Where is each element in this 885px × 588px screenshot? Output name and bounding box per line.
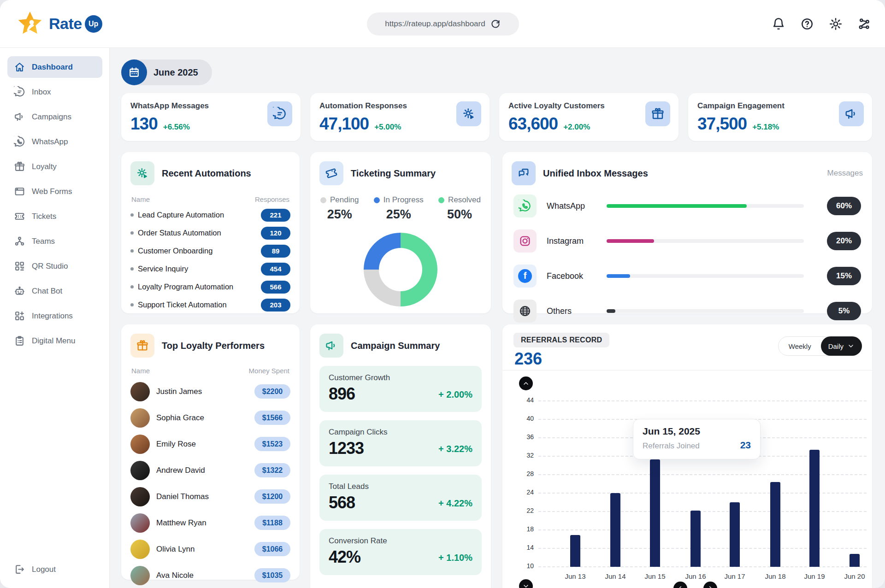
performer-row[interactable]: Justin James$2200: [121, 378, 300, 405]
scroll-left-button[interactable]: [673, 582, 687, 588]
notifications-bell-icon[interactable]: [772, 17, 785, 31]
automation-row[interactable]: Support Ticket Automation203: [121, 296, 300, 314]
sidebar-item-teams[interactable]: Teams: [7, 230, 102, 252]
avatar: [130, 487, 150, 506]
tooltip-value: 23: [740, 440, 751, 451]
legend-dot: [438, 197, 444, 203]
sidebar-item-dashboard[interactable]: Dashboard: [7, 56, 102, 78]
performer-row[interactable]: Andrew David$1322: [121, 457, 300, 483]
gift-icon: [130, 334, 154, 358]
progress-track: [607, 204, 804, 208]
x-tick: Jun 15: [637, 572, 673, 580]
bar-jun-18[interactable]: [770, 482, 780, 567]
metric-campaign-clicks: Campaign Clicks 1233 + 3.22%: [319, 420, 482, 466]
performer-row[interactable]: Matthew Ryan$1188: [121, 510, 300, 536]
facebook-icon: [513, 265, 537, 288]
performer-name: Justin James: [156, 387, 202, 396]
network-hub-icon[interactable]: [857, 17, 871, 31]
stat-title: Campaign Engagement: [697, 101, 863, 111]
calendar-icon: [121, 59, 147, 85]
y-tick: 14: [512, 544, 534, 551]
performer-row[interactable]: Daniel Thomas$1200: [121, 483, 300, 510]
bar-jun-13[interactable]: [570, 535, 580, 567]
stat-delta: +6.56%: [163, 123, 190, 132]
metric-label: Customer Growth: [329, 373, 472, 382]
sidebar-item-web-forms[interactable]: Web Forms: [7, 181, 102, 202]
scroll-up-button[interactable]: [519, 376, 533, 390]
bar-jun-17[interactable]: [730, 502, 740, 567]
url-bar[interactable]: https://rateup.app/dashboard: [367, 12, 519, 35]
sidebar-item-inbox[interactable]: Inbox: [7, 81, 102, 103]
card-title: Unified Inbox Messages: [543, 168, 648, 179]
referrals-record-card: REFERRALS RECORD 236 Weekly Daily 44 40 …: [502, 324, 872, 588]
messages-label: Messages: [827, 169, 863, 178]
performer-row[interactable]: Sophia Grace$1566: [121, 405, 300, 431]
sidebar-item-chat-bot[interactable]: Chat Bot: [7, 280, 102, 302]
sidebar-item-loyalty[interactable]: Loyalty: [7, 156, 102, 177]
channel-name: Others: [547, 306, 607, 316]
ticketing-donut-chart[interactable]: [364, 233, 437, 306]
brand-logo[interactable]: Rate Up: [16, 10, 102, 38]
tooltip-label: Referrals Joined: [643, 441, 700, 451]
bar-jun-19[interactable]: [809, 450, 820, 567]
stat-delta: +5.18%: [752, 123, 779, 132]
sidebar-item-label: Integrations: [32, 312, 73, 321]
bar-jun-14[interactable]: [610, 493, 620, 567]
sidebar-item-label: Inbox: [32, 88, 51, 97]
legend-in-progress: In Progress 25%: [374, 195, 424, 222]
y-tick: 40: [512, 415, 534, 422]
metric-delta: + 4.22%: [438, 498, 472, 509]
responses-badge: 203: [261, 299, 290, 312]
megaphone-icon: [319, 334, 343, 358]
sidebar-item-integrations[interactable]: Integrations: [7, 305, 102, 327]
avatar: [130, 566, 150, 585]
metric-conversion-rate: Conversion Rate 42% + 1.10%: [319, 529, 482, 575]
scroll-down-button[interactable]: [519, 579, 533, 588]
sidebar-item-campaigns[interactable]: Campaigns: [7, 106, 102, 128]
avatar: [130, 408, 150, 428]
settings-gear-icon[interactable]: [829, 17, 843, 31]
top-loyalty-card: Top Loyalty Performers Name Money Spent …: [121, 324, 300, 580]
automation-row[interactable]: Order Status Automation120: [121, 224, 300, 242]
avatar: [130, 382, 150, 401]
card-title: Top Loyalty Performers: [162, 341, 265, 351]
stat-card-campaign-engagement: Campaign Engagement 37,500 +5.18%: [688, 93, 872, 141]
toggle-daily[interactable]: Daily: [821, 336, 862, 356]
automation-row[interactable]: Lead Capture Automation221: [121, 206, 300, 224]
sidebar-item-qr-studio[interactable]: QR Studio: [7, 255, 102, 277]
help-icon[interactable]: [800, 17, 814, 31]
automation-row[interactable]: Service Inquiry454: [121, 260, 300, 278]
toggle-weekly[interactable]: Weekly: [779, 342, 821, 350]
ticket-icon: [319, 161, 343, 185]
date-selector[interactable]: June 2025: [121, 59, 212, 85]
sidebar-item-label: QR Studio: [32, 262, 68, 271]
automation-name: Service Inquiry: [138, 265, 188, 273]
bar-jun-16[interactable]: [690, 511, 701, 567]
automation-row[interactable]: Loyalty Program Automation566: [121, 278, 300, 296]
legend-label: Resolved: [448, 195, 481, 205]
legend-value: 25%: [327, 207, 352, 222]
automation-row[interactable]: Customer Onboarding89: [121, 242, 300, 260]
scroll-right-button[interactable]: [703, 582, 717, 588]
ticketing-summary-card: Ticketing Summary Pending 25% In Progres…: [310, 152, 491, 313]
performer-name: Emily Rose: [156, 440, 196, 449]
performer-row[interactable]: Olivia Lynn$1066: [121, 536, 300, 562]
bar-jun-15[interactable]: [650, 459, 660, 567]
sidebar-item-whatsapp[interactable]: WhatsApp: [7, 131, 102, 153]
bullet-dot: [130, 213, 134, 217]
automation-name: Loyalty Program Automation: [138, 282, 233, 291]
performer-row[interactable]: Emily Rose$1523: [121, 431, 300, 457]
sidebar-item-digital-menu[interactable]: Digital Menu: [7, 330, 102, 352]
stat-card-automation-responses: Automation Responses 47,100 +5.00%: [310, 93, 490, 141]
logout-button[interactable]: Logout: [7, 559, 102, 580]
sidebar-item-label: Digital Menu: [32, 336, 76, 346]
megaphone-icon: [839, 101, 864, 126]
x-tick: Jun 18: [757, 572, 794, 580]
sidebar-item-label: Logout: [32, 565, 56, 574]
reload-icon[interactable]: [490, 18, 501, 29]
sidebar-item-tickets[interactable]: Tickets: [7, 206, 102, 227]
bar-jun-20[interactable]: [850, 554, 860, 567]
metric-delta: + 2.00%: [438, 389, 472, 400]
metric-delta: + 3.22%: [438, 444, 472, 454]
performer-row[interactable]: Ava Nicole$1035: [121, 562, 300, 588]
